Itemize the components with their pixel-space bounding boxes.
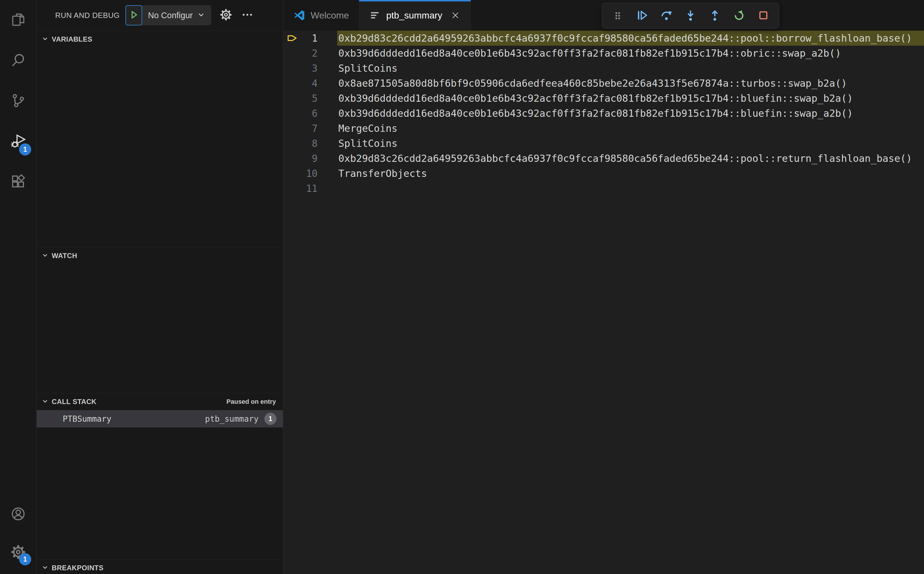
watch-section-header[interactable]: WATCH [37, 248, 283, 264]
code-text[interactable]: 0xb39d6dddedd16ed8a40ce0b1e6b43c92acf0ff… [337, 46, 924, 61]
variables-section: VARIABLES [37, 31, 283, 247]
debug-config-label: No Configur [148, 11, 193, 20]
code-text[interactable]: TransferObjects [337, 166, 924, 181]
frame-name: PTBSummary [63, 414, 112, 424]
code-line: 11 [283, 181, 924, 196]
step-out-button[interactable] [708, 9, 722, 23]
code-line: 2 0xb39d6dddedd16ed8a40ce0b1e6b43c92acf0… [283, 46, 924, 61]
continue-button[interactable] [635, 9, 649, 23]
activity-explorer-button[interactable] [0, 0, 36, 41]
variables-section-header[interactable]: VARIABLES [37, 31, 283, 48]
activity-extensions-button[interactable] [0, 162, 36, 202]
code-line: 8 SplitCoins [283, 136, 924, 151]
code-line: 9 0xb29d83c26cdd2a64959263abbcfc4a6937f0… [283, 151, 924, 166]
code-text[interactable]: 0xb29d83c26cdd2a64959263abbcfc4a6937f0c9… [337, 151, 924, 166]
tab-welcome-label: Welcome [311, 10, 349, 21]
chevron-down-icon [41, 397, 49, 407]
line-number[interactable]: 2 [283, 48, 318, 59]
file-lines-icon [369, 9, 381, 21]
call-stack-section: CALL STACK Paused on entry PTBSummary pt… [37, 393, 283, 559]
code-text[interactable]: 0x8ae871505a80d8bf6bf9c05906cda6edfeea46… [337, 76, 924, 91]
vscode-window: 1 [0, 0, 924, 574]
source-control-icon [10, 93, 26, 110]
line-number[interactable]: 7 [283, 123, 318, 134]
debug-config-dropdown[interactable]: No Configur [142, 5, 211, 25]
code-line: 7 MergeCoins [283, 121, 924, 136]
sidebar-title: RUN AND DEBUG [55, 11, 120, 20]
activity-source-control-button[interactable] [0, 81, 36, 121]
vscode-logo-icon [293, 9, 305, 21]
step-out-icon [708, 9, 721, 23]
line-number[interactable]: 9 [283, 153, 318, 164]
sidebar-header: RUN AND DEBUG No Configur [37, 0, 283, 31]
line-number[interactable]: 3 [283, 63, 318, 74]
activity-run-and-debug-button[interactable]: 1 [0, 121, 36, 162]
step-into-icon [684, 9, 697, 23]
debug-settings-gear-button[interactable] [219, 9, 233, 22]
code-text[interactable]: SplitCoins [337, 136, 924, 151]
code-line: 3 SplitCoins [283, 61, 924, 76]
gripper-icon [611, 9, 624, 23]
close-icon[interactable] [450, 10, 461, 21]
activity-search-button[interactable] [0, 41, 36, 81]
step-over-icon [660, 9, 673, 23]
tab-ptb-summary-label: ptb_summary [386, 10, 442, 21]
breakpoints-section-label: BREAKPOINTS [52, 564, 104, 572]
start-debugging-icon [128, 9, 140, 22]
tab-ptb-summary[interactable]: ptb_summary [359, 0, 471, 31]
start-debugging-button[interactable] [125, 5, 142, 25]
toolbar-drag-handle[interactable] [611, 9, 625, 23]
watch-section: WATCH [37, 247, 283, 393]
stop-button[interactable] [756, 9, 770, 23]
tab-welcome[interactable]: Welcome [283, 0, 359, 31]
step-into-button[interactable] [684, 9, 697, 23]
frame-source: ptb_summary [205, 414, 258, 424]
code-text[interactable]: SplitCoins [337, 61, 924, 76]
extensions-icon [10, 174, 26, 191]
line-number[interactable]: 10 [283, 168, 318, 179]
debug-count-badge: 1 [19, 144, 31, 156]
activity-bar-top: 1 [0, 0, 36, 202]
code-text[interactable]: 0xb39d6dddedd16ed8a40ce0b1e6b43c92acf0ff… [337, 106, 924, 121]
activity-bar-bottom: 1 [0, 495, 36, 574]
frame-count-badge: 1 [264, 413, 277, 425]
continue-icon [635, 9, 649, 23]
code-line: 10 TransferObjects [283, 166, 924, 181]
account-icon [10, 506, 26, 523]
code-line: 6 0xb39d6dddedd16ed8a40ce0b1e6b43c92acf0… [283, 106, 924, 121]
code-text[interactable] [337, 181, 924, 196]
views-more-actions-button[interactable] [241, 9, 254, 22]
call-stack-section-header[interactable]: CALL STACK Paused on entry [37, 393, 283, 410]
call-stack-status: Paused on entry [227, 398, 276, 405]
activity-settings-button[interactable]: 1 [0, 533, 36, 572]
line-number[interactable]: 6 [283, 108, 318, 119]
line-number[interactable]: 11 [283, 183, 318, 194]
code-text[interactable]: 0xb29d83c26cdd2a64959263abbcfc4a6937f0c9… [337, 31, 924, 46]
code-line: 4 0x8ae871505a80d8bf6bf9c05906cda6edfeea… [283, 76, 924, 91]
debug-toolbar [602, 3, 779, 29]
activity-bar: 1 [0, 0, 36, 574]
restart-icon [732, 9, 746, 23]
chevron-down-icon [41, 563, 49, 573]
breakpoints-section-header[interactable]: BREAKPOINTS [37, 560, 283, 574]
editor-group: Welcome ptb_summary [283, 0, 924, 574]
line-number[interactable]: 5 [283, 93, 318, 104]
step-over-button[interactable] [660, 9, 673, 23]
code-text[interactable]: MergeCoins [337, 121, 924, 136]
files-icon [10, 12, 26, 28]
variables-section-label: VARIABLES [52, 35, 93, 43]
restart-button[interactable] [732, 9, 746, 23]
code-text[interactable]: 0xb39d6dddedd16ed8a40ce0b1e6b43c92acf0ff… [337, 91, 924, 106]
code-editor: 1 0xb29d83c26cdd2a64959263abbcfc4a6937f0… [283, 31, 924, 196]
breakpoints-section: BREAKPOINTS [37, 559, 283, 574]
line-number[interactable]: 8 [283, 138, 318, 149]
activity-account-button[interactable] [0, 495, 36, 533]
stop-icon [757, 9, 770, 23]
watch-section-label: WATCH [52, 252, 77, 260]
run-and-debug-sidebar: RUN AND DEBUG No Configur [37, 0, 283, 574]
line-number[interactable]: 4 [283, 78, 318, 89]
code-line: 5 0xb39d6dddedd16ed8a40ce0b1e6b43c92acf0… [283, 91, 924, 106]
gear-icon [220, 8, 232, 22]
call-stack-frame-row[interactable]: PTBSummary ptb_summary 1 [37, 410, 283, 427]
settings-count-badge: 1 [19, 553, 31, 565]
